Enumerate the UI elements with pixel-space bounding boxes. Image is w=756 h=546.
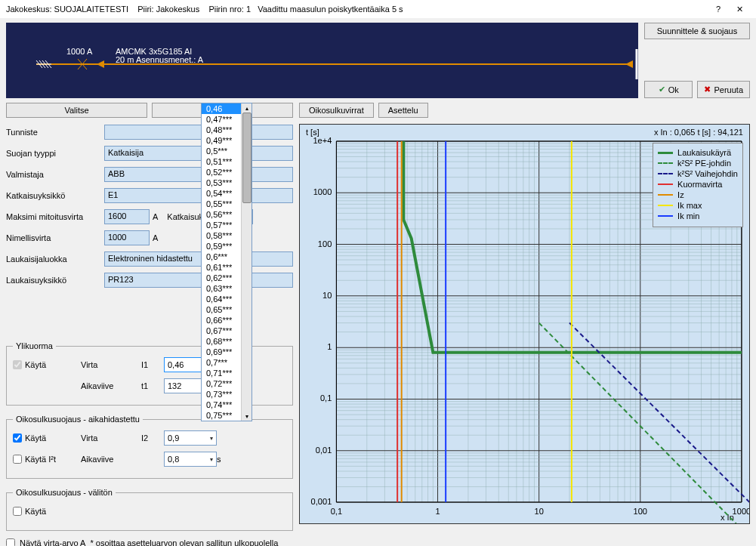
window-title: Jakokeskus: SUOJALAITETESTI Piiri: Jakok… — [6, 5, 708, 14]
oikosulku-h-title: Oikosulkusuojaus - aikahidastettu — [13, 415, 143, 424]
scroll-up-icon[interactable]: ▴ — [242, 103, 251, 113]
i2-label: I2 — [141, 433, 164, 443]
ylikuorma-kayta-checkbox[interactable] — [13, 360, 22, 369]
katkaisuk-label: Katkaisuk — [167, 212, 203, 221]
help-icon[interactable]: ? — [708, 2, 729, 17]
svg-text:1e+4: 1e+4 — [313, 136, 332, 145]
diagram-cable2: 20 m Asennusmenet.: A — [116, 55, 204, 64]
oikosulku-h-kayta-checkbox[interactable] — [13, 433, 22, 443]
t1-label: t1 — [141, 381, 164, 390]
oikosulku-v-title: Oikosulkusuojaus - välitön — [13, 488, 116, 497]
svg-text:1: 1 — [327, 342, 332, 351]
svg-text:1000: 1000 — [733, 507, 749, 516]
ylikuorma-virta-label: Virta — [81, 360, 141, 369]
svg-text:0,1: 0,1 — [320, 394, 332, 403]
katkyksikko-field[interactable]: E1 — [104, 188, 293, 203]
tab-valitse[interactable]: Valitse — [6, 103, 147, 118]
i1-dropdown-popup[interactable]: 0,460,47***0,48***0,49***0,5***0,51***0,… — [201, 103, 252, 421]
maksimi-field[interactable]: 1600 — [104, 209, 150, 224]
ylikuorma-aika-label: Aikaviive — [81, 381, 141, 390]
oikosulku-h-aika-label: Aikaviive — [81, 455, 141, 464]
chart-legend: Laukaisukäyräk²S² PE-johdink²S² Vaihejoh… — [653, 143, 743, 227]
tunniste-label: Tunniste — [6, 128, 104, 137]
svg-text:0,01: 0,01 — [316, 446, 332, 455]
svg-marker-10 — [97, 60, 104, 68]
valmistaja-label: Valmistaja — [6, 170, 104, 179]
maksimi-label: Maksimi mitoitusvirta — [6, 212, 104, 221]
valmistaja-field[interactable]: ABB — [104, 167, 293, 182]
nayta-virta-checkbox[interactable] — [6, 538, 15, 546]
legend-item: k²S² Vaihejohdin — [658, 169, 738, 178]
legend-item: Kuormavirta — [658, 180, 738, 189]
legend-item: Iz — [658, 190, 738, 199]
svg-text:10: 10 — [322, 291, 332, 300]
design-button[interactable]: Suunnittele & suojaus — [644, 23, 750, 39]
svg-text:0,001: 0,001 — [311, 497, 332, 506]
svg-text:100: 100 — [634, 507, 648, 516]
diagram-current: 1000 A — [66, 47, 93, 56]
scroll-down-icon[interactable]: ▾ — [242, 412, 251, 421]
titlebar: Jakokeskus: SUOJALAITETESTI Piiri: Jakok… — [0, 0, 756, 18]
oikosulku-v-kayta-checkbox[interactable] — [13, 507, 22, 516]
legend-item: k²S² PE-johdin — [658, 159, 738, 168]
svg-text:100: 100 — [318, 239, 332, 248]
cancel-button[interactable]: ✖ Peruuta — [697, 81, 750, 98]
close-icon[interactable]: ✕ — [729, 2, 750, 17]
tyyppi-field[interactable]: Katkaisija — [104, 146, 293, 161]
trip-curve-chart: t [s] x In : 0,065 t [s] : 94,121 0,1110… — [299, 124, 750, 524]
legend-item: Ik min — [658, 211, 738, 221]
legend-item: Laukaisukäyrä — [658, 148, 738, 157]
dropdown-scrollbar[interactable]: ▴ ▾ — [241, 103, 251, 421]
x-icon: ✖ — [704, 85, 711, 94]
oikosulku-h-i2t-checkbox[interactable] — [13, 455, 22, 464]
svg-text:0,1: 0,1 — [331, 507, 342, 516]
single-line-diagram: 1000 A AMCMK 3x5G185 Al 20 m Asennusmene… — [6, 23, 638, 98]
laukluokka-field[interactable]: Elektroninen hidastettu — [104, 251, 293, 267]
laukyksikko-field[interactable]: PR123 — [104, 273, 293, 288]
nimellis-field[interactable]: 1000 — [104, 230, 150, 245]
nayta-virta-label: Näytä virta-arvo A — [20, 538, 85, 546]
t2-combo[interactable]: 0,8▾ — [164, 452, 217, 467]
svg-text:10: 10 — [534, 507, 543, 516]
ok-button[interactable]: ✔ Ok — [644, 81, 693, 98]
tyyppi-label: Suojan tyyppi — [6, 149, 104, 158]
nimellis-unit: A — [153, 233, 158, 242]
svg-marker-1 — [625, 60, 633, 68]
i2-combo[interactable]: 0,9▾ — [164, 430, 217, 446]
tunniste-field[interactable] — [104, 125, 293, 140]
maksimi-unit: A — [153, 212, 158, 221]
svg-text:1: 1 — [435, 507, 440, 516]
nimellis-label: Nimellisvirta — [6, 233, 104, 242]
scroll-thumb[interactable] — [242, 113, 251, 203]
ylikuorma-title: Ylikuorma — [13, 341, 56, 350]
laukluokka-label: Laukaisijaluokka — [6, 254, 104, 264]
oikosulku-h-virta-label: Virta — [81, 433, 141, 443]
katkyksikko-label: Katkaisuyksikkö — [6, 191, 104, 200]
footnote-note: * osoittaa asetteluarvon olevan sallitun… — [90, 538, 278, 546]
chevron-down-icon: ▾ — [210, 456, 213, 463]
laukyksikko-label: Laukaisuyksikkö — [6, 276, 104, 285]
i1-label: I1 — [141, 360, 164, 369]
svg-text:1000: 1000 — [313, 187, 332, 196]
tab-oikosulkuvirrat[interactable]: Oikosulkuvirrat — [299, 103, 374, 118]
check-icon: ✔ — [659, 85, 665, 94]
legend-item: Ik max — [658, 201, 738, 210]
chevron-down-icon: ▾ — [210, 435, 213, 442]
tab-asettelu[interactable]: Asettelu — [378, 103, 428, 118]
